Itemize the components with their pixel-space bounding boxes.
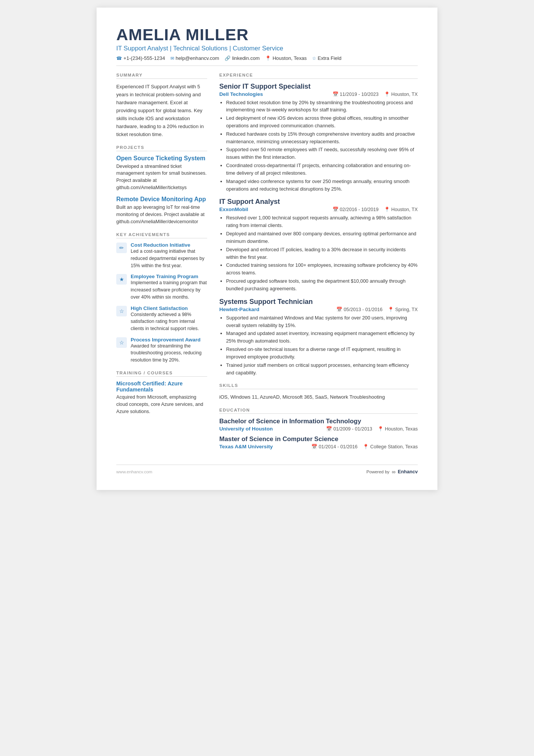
page-footer: www.enhancv.com Powered by ∞ Enhancv: [116, 465, 418, 475]
skills-text: iOS, Windows 11, AzureAD, Microsoft 365,…: [219, 393, 418, 401]
exp-job-title: Systems Support Technician: [219, 298, 418, 306]
exp-location: 📍 Spring, TX: [388, 307, 418, 312]
edu-meta: University of Houston 📅 01/2009 - 01/201…: [219, 426, 418, 432]
exp-company: ExxonMobil: [219, 207, 248, 212]
contact-bar: ☎+1-(234)-555-1234✉help@enhancv.com🔗link…: [116, 55, 418, 66]
exp-dates-loc: 📅 11/2019 - 10/2023 📍 Houston, TX: [333, 91, 418, 97]
left-column: SUMMARY Experienced IT Support Analyst w…: [116, 73, 207, 454]
bullet-item: Managed video conference systems for ove…: [226, 178, 418, 193]
achievement-title: High Client Satisfaction: [131, 305, 207, 311]
achievement-desc: Led a cost-saving initiative that reduce…: [131, 248, 207, 269]
bullet-item: Reduced ticket resolution time by 20% by…: [226, 99, 418, 114]
achievement-content: Cost Reduction Initiative Led a cost-sav…: [131, 242, 207, 269]
brand-logo-icon: ∞: [392, 469, 395, 475]
achievement-title: Cost Reduction Initiative: [131, 242, 207, 248]
edu-degree: Bachelor of Science in Information Techn…: [219, 418, 418, 425]
achievement-desc: Awarded for streamlining the troubleshoo…: [131, 343, 207, 364]
contact-text: help@enhancv.com: [176, 55, 219, 61]
projects-container: Open Source Ticketing System Developed a…: [116, 155, 207, 226]
achievement-icon-wrap: ★: [116, 274, 127, 285]
bullet-item: Reduced hardware costs by 15% through co…: [226, 130, 418, 146]
experience-job: Systems Support Technician Hewlett-Packa…: [219, 298, 418, 377]
achievement-desc: Consistently achieved a 98% satisfaction…: [131, 311, 207, 332]
project-item: Remote Device Monitoring App Built an ap…: [116, 196, 207, 225]
achievement-desc: Implemented a training program that incr…: [131, 279, 207, 301]
summary-label: SUMMARY: [116, 73, 207, 79]
bullet-item: Conducted training sessions for 100+ emp…: [226, 261, 418, 277]
contact-item: ☎+1-(234)-555-1234: [116, 55, 165, 61]
achievement-item: ★ Employee Training Program Implemented …: [116, 274, 207, 301]
achievement-icon: ☆: [119, 308, 124, 314]
footer-brand: Powered by ∞ Enhancv: [367, 469, 418, 475]
exp-company: Dell Technologies: [219, 91, 263, 97]
contact-item: ✉help@enhancv.com: [170, 55, 219, 61]
exp-dates-loc: 📅 05/2013 - 01/2016 📍 Spring, TX: [336, 307, 418, 312]
bullet-item: Resolved over 1,000 technical support re…: [226, 214, 418, 229]
bullet-item: Coordinated cross-departmental IT projec…: [226, 162, 418, 177]
bullet-item: Managed and updated asset inventory, inc…: [226, 330, 418, 345]
achievement-item: ✏ Cost Reduction Initiative Led a cost-s…: [116, 242, 207, 269]
achievement-item: ☆ Process Improvement Award Awarded for …: [116, 337, 207, 364]
contact-item: 📍Houston, Texas: [265, 55, 307, 61]
summary-text: Experienced IT Support Analyst with 5 ye…: [116, 83, 207, 138]
contact-text: +1-(234)-555-1234: [123, 55, 165, 61]
project-title: Remote Device Monitoring App: [116, 196, 207, 203]
training-item: Microsoft Certified: Azure Fundamentals …: [116, 380, 207, 415]
exp-dates: 📅 05/2013 - 01/2016: [336, 307, 383, 312]
education-item: Bachelor of Science in Information Techn…: [219, 418, 418, 432]
edu-school: University of Houston: [219, 426, 273, 432]
bullet-item: Procured upgraded software tools, saving…: [226, 277, 418, 293]
edu-meta: Texas A&M University 📅 01/2014 - 01/2016…: [219, 444, 418, 449]
achievement-content: Employee Training Program Implemented a …: [131, 274, 207, 301]
achievements-label: KEY ACHIEVEMENTS: [116, 232, 207, 238]
exp-company: Hewlett-Packard: [219, 307, 259, 312]
contact-icon: ✉: [170, 55, 174, 61]
exp-job-title: IT Support Analyst: [219, 198, 418, 206]
achievement-icon-wrap: ☆: [116, 306, 127, 316]
training-container: Microsoft Certified: Azure Fundamentals …: [116, 380, 207, 415]
header: AMELIA MILLER IT Support Analyst | Techn…: [116, 26, 418, 66]
powered-by-text: Powered by: [367, 470, 390, 474]
exp-bullets: Reduced ticket resolution time by 20% by…: [219, 99, 418, 193]
bullet-item: Led deployment of new iOS devices across…: [226, 114, 418, 130]
exp-dates: 📅 11/2019 - 10/2023: [333, 91, 379, 97]
project-desc: Developed a streamlined ticket managemen…: [116, 163, 207, 192]
experience-container: Senior IT Support Specialist Dell Techno…: [219, 83, 418, 377]
candidate-title: IT Support Analyst | Technical Solutions…: [116, 45, 418, 52]
edu-dates-loc: 📅 01/2009 - 01/2013 📍 Houston, Texas: [326, 426, 418, 432]
bullet-item: Deployed and maintained over 800 company…: [226, 230, 418, 245]
training-desc: Acquired from Microsoft, emphasizing clo…: [116, 394, 207, 415]
contact-item: 🔗linkedin.com: [225, 55, 260, 61]
footer-website: www.enhancv.com: [116, 470, 152, 474]
contact-icon: ☆: [312, 55, 316, 61]
experience-job: Senior IT Support Specialist Dell Techno…: [219, 83, 418, 193]
resume-page: AMELIA MILLER IT Support Analyst | Techn…: [97, 8, 437, 490]
bullet-item: Trained junior staff members on critical…: [226, 362, 418, 377]
achievement-icon-wrap: ☆: [116, 337, 127, 348]
exp-location: 📍 Houston, TX: [384, 207, 418, 212]
edu-location: 📍 Houston, Texas: [378, 426, 418, 432]
achievement-icon-wrap: ✏: [116, 243, 127, 253]
exp-dates: 📅 02/2016 - 10/2019: [333, 207, 379, 212]
achievement-title: Employee Training Program: [131, 274, 207, 279]
contact-icon: ☎: [116, 55, 122, 61]
exp-meta: Hewlett-Packard 📅 05/2013 - 01/2016 📍 Sp…: [219, 307, 418, 312]
achievements-container: ✏ Cost Reduction Initiative Led a cost-s…: [116, 242, 207, 364]
exp-bullets: Resolved over 1,000 technical support re…: [219, 214, 418, 292]
achievement-icon: ☆: [119, 340, 124, 346]
bullet-item: Developed and enforced IT policies, lead…: [226, 246, 418, 261]
achievement-content: High Client Satisfaction Consistently ac…: [131, 305, 207, 332]
edu-degree: Master of Science in Computer Science: [219, 435, 418, 443]
project-desc: Built an app leveraging IoT for real-tim…: [116, 204, 207, 225]
exp-meta: ExxonMobil 📅 02/2016 - 10/2019 📍 Houston…: [219, 207, 418, 212]
edu-location: 📍 College Station, Texas: [363, 444, 418, 449]
training-label: TRAINING / COURSES: [116, 371, 207, 377]
achievement-icon: ✏: [119, 245, 124, 251]
edu-dates: 📅 01/2014 - 01/2016: [311, 444, 358, 449]
projects-label: PROJECTS: [116, 145, 207, 151]
contact-icon: 📍: [265, 55, 271, 61]
exp-job-title: Senior IT Support Specialist: [219, 83, 418, 91]
bullet-item: Supported and maintained Windows and Mac…: [226, 314, 418, 329]
project-item: Open Source Ticketing System Developed a…: [116, 155, 207, 192]
education-label: EDUCATION: [219, 408, 418, 414]
